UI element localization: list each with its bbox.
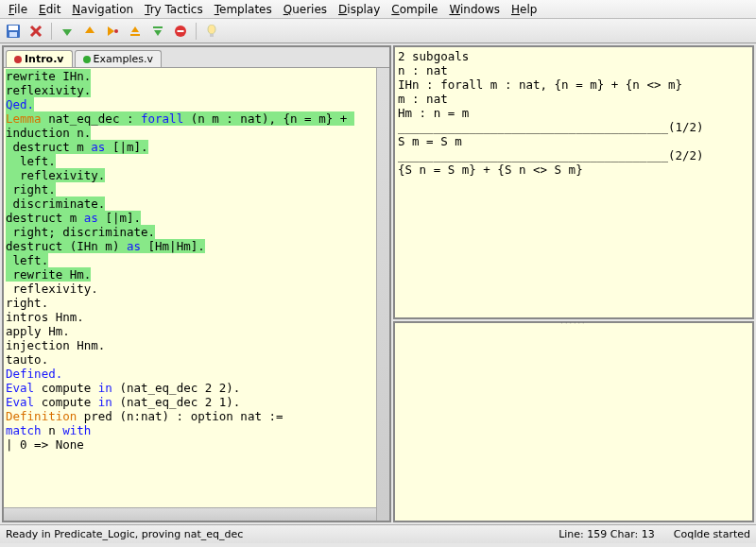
svg-marker-6 <box>85 26 94 33</box>
menu-help[interactable]: Help <box>507 2 541 17</box>
menu-try-tactics[interactable]: Try Tactics <box>140 2 208 17</box>
code-line: Eval compute in (nat_eq_dec 2 2). <box>6 381 374 395</box>
code-line: | 0 => None <box>6 437 374 452</box>
goal-line: S m = S m <box>398 134 749 148</box>
menu-windows[interactable]: Windows <box>444 2 505 17</box>
menu-queries[interactable]: Queries <box>279 2 332 17</box>
status-coq: CoqIde started <box>674 528 750 540</box>
code-line: left. <box>6 253 374 267</box>
goal-line: Hm : n = m <box>398 106 749 120</box>
tab-bar: Intro.vExamples.v <box>4 47 389 68</box>
goto-icon[interactable] <box>103 22 122 41</box>
goal-pane[interactable]: 2 subgoalsn : natIHn : forall m : nat, {… <box>393 45 754 319</box>
code-line: destruct m as [|m]. <box>6 211 374 225</box>
main-area: Intro.vExamples.v rewrite IHn.reflexivit… <box>0 43 756 524</box>
code-line: Qed. <box>6 97 374 111</box>
right-pane: 2 subgoalsn : natIHn : forall m : nat, {… <box>393 45 754 522</box>
code-line: rewrite Hm. <box>6 267 374 282</box>
menu-compile[interactable]: Compile <box>387 2 442 17</box>
pane-resize-handle-icon[interactable]: ······ <box>560 319 586 328</box>
menu-navigation[interactable]: Navigation <box>67 2 138 17</box>
code-line: rewrite IHn. <box>6 69 374 83</box>
up-arrow-icon[interactable] <box>80 22 99 41</box>
code-line: left. <box>6 154 374 168</box>
toolbar-separator <box>51 23 52 40</box>
code-line: discriminate. <box>6 197 374 211</box>
code-line: apply Hm. <box>6 324 374 338</box>
tab-label: Examples.v <box>94 53 153 65</box>
code-line: right. <box>6 182 374 197</box>
menubar: FileEditNavigationTry TacticsTemplatesQu… <box>0 0 756 19</box>
goal-line: n : nat <box>398 63 749 77</box>
svg-rect-9 <box>130 34 140 36</box>
svg-rect-1 <box>9 26 18 30</box>
code-line: Eval compute in (nat_eq_dec 2 1). <box>6 395 374 409</box>
code-line: tauto. <box>6 352 374 367</box>
goal-line: ______________________________________(2… <box>398 148 749 162</box>
close-icon[interactable] <box>26 22 45 41</box>
svg-marker-12 <box>154 30 162 36</box>
svg-rect-16 <box>210 34 214 37</box>
down-arrow-icon[interactable] <box>58 22 77 41</box>
status-position: Line: 159 Char: 13 <box>558 528 655 540</box>
toolbar-separator <box>196 23 197 40</box>
code-line: intros Hnm. <box>6 310 374 324</box>
svg-marker-10 <box>131 26 139 32</box>
tab-examples-v[interactable]: Examples.v <box>75 50 162 67</box>
status-bar: Ready in Predicate_Logic, proving nat_eq… <box>0 524 756 543</box>
tab-label: Intro.v <box>25 53 64 65</box>
hint-icon[interactable] <box>202 22 221 41</box>
code-line: reflexivity. <box>6 83 374 97</box>
goal-line: m : nat <box>398 92 749 106</box>
goal-line: 2 subgoals <box>398 49 749 63</box>
svg-marker-7 <box>108 26 114 36</box>
svg-rect-14 <box>178 30 184 32</box>
goal-line: {S n = S m} + {S n <> S m} <box>398 162 749 177</box>
svg-point-15 <box>208 25 215 34</box>
code-editor[interactable]: rewrite IHn.reflexivity.Qed.Lemma nat_eq… <box>4 68 376 507</box>
code-line: induction n. <box>6 126 374 140</box>
save-icon[interactable] <box>4 22 23 41</box>
status-message: Ready in Predicate_Logic, proving nat_eq… <box>6 528 558 540</box>
menu-templates[interactable]: Templates <box>210 2 277 17</box>
step-forward-icon[interactable] <box>148 22 167 41</box>
code-line: right. <box>6 296 374 310</box>
code-line: reflexivity. <box>6 168 374 182</box>
svg-rect-11 <box>153 26 163 28</box>
svg-point-8 <box>114 29 118 33</box>
editor-pane: Intro.vExamples.v rewrite IHn.reflexivit… <box>2 45 391 522</box>
code-line: Lemma nat_eq_dec : forall (n m : nat), {… <box>6 111 374 126</box>
tab-intro-v[interactable]: Intro.v <box>6 50 73 67</box>
svg-rect-2 <box>9 32 17 37</box>
code-line: Defined. <box>6 367 374 381</box>
code-line: right; discriminate. <box>6 225 374 239</box>
goal-line: ______________________________________(1… <box>398 120 749 134</box>
tab-status-dot-icon <box>14 56 22 63</box>
menu-file[interactable]: File <box>4 2 32 17</box>
goal-line: IHn : forall m : nat, {n = m} + {n <> m} <box>398 77 749 92</box>
code-line: match n with <box>6 423 374 437</box>
message-pane[interactable]: ······ <box>393 321 754 522</box>
vertical-scrollbar[interactable] <box>376 68 389 521</box>
code-line: injection Hnm. <box>6 338 374 352</box>
code-line: Definition pred (n:nat) : option nat := <box>6 409 374 423</box>
code-line: reflexivity. <box>6 282 374 296</box>
code-line: destruct (IHn m) as [Hm|Hm]. <box>6 239 374 253</box>
menu-display[interactable]: Display <box>334 2 385 17</box>
tab-status-dot-icon <box>83 56 91 63</box>
code-line: destruct m as [|m]. <box>6 140 374 154</box>
toolbar <box>0 19 756 43</box>
svg-marker-5 <box>62 29 72 36</box>
step-back-icon[interactable] <box>126 22 145 41</box>
menu-edit[interactable]: Edit <box>34 2 65 17</box>
horizontal-scrollbar[interactable] <box>4 507 376 521</box>
stop-icon[interactable] <box>171 22 190 41</box>
